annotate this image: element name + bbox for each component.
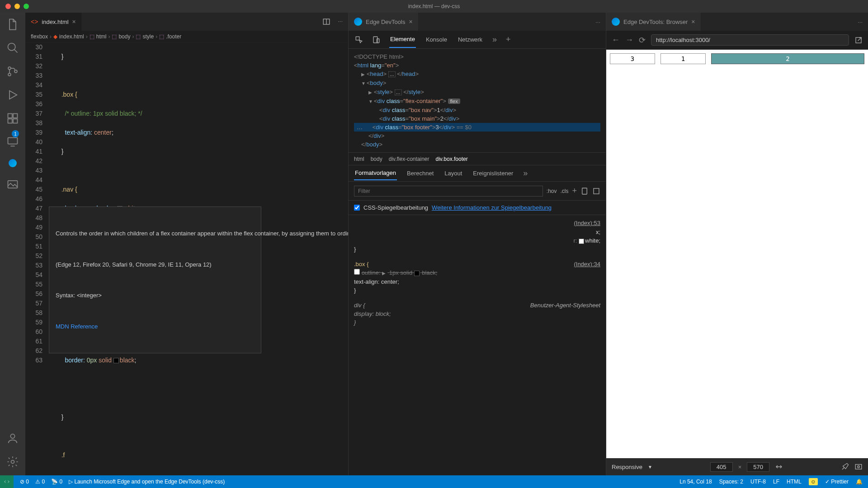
tab-computed[interactable]: Berechnet bbox=[406, 165, 434, 181]
remote-explorer-icon[interactable] bbox=[6, 136, 19, 148]
source-link[interactable]: (Index):53 bbox=[574, 219, 600, 227]
code-editor[interactable]: 3031323334353637383940414243444546474849… bbox=[25, 42, 348, 475]
device-icon[interactable] bbox=[580, 187, 589, 195]
more-actions-icon[interactable]: ··· bbox=[595, 19, 600, 25]
more-tabs-icon[interactable]: » bbox=[523, 169, 528, 178]
breadcrumb-item[interactable]: html bbox=[96, 33, 107, 40]
split-editor-icon[interactable] bbox=[322, 18, 330, 26]
add-tab-icon[interactable]: + bbox=[506, 35, 511, 44]
dom-breadcrumb[interactable]: html body div.flex-container div.box.foo… bbox=[349, 153, 606, 165]
dom-node[interactable]: <!DOCTYPE html> bbox=[354, 53, 404, 60]
color-swatch[interactable] bbox=[414, 271, 420, 276]
color-swatch[interactable] bbox=[579, 239, 584, 244]
screenshot-icon[interactable] bbox=[841, 463, 849, 471]
rotate-icon[interactable] bbox=[775, 463, 783, 471]
mirror-info-link[interactable]: Weitere Informationen zur Spiegelbearbei… bbox=[432, 204, 552, 211]
status-badge-icon[interactable]: ☺ bbox=[809, 478, 818, 485]
tab-network[interactable]: Netzwerk bbox=[457, 32, 483, 47]
collapse-icon[interactable]: ▼ bbox=[368, 97, 374, 106]
chevron-down-icon[interactable]: ▼ bbox=[648, 465, 652, 469]
expand-icon[interactable]: ▶ bbox=[368, 88, 374, 97]
collapse-icon[interactable]: ▼ bbox=[361, 79, 367, 88]
breadcrumb-item[interactable]: .footer bbox=[166, 33, 181, 40]
close-tab-icon[interactable]: × bbox=[409, 18, 412, 25]
accounts-icon[interactable] bbox=[6, 432, 19, 445]
inspect-icon[interactable] bbox=[854, 463, 863, 471]
selected-dom-node[interactable]: … <div class="box footer">3</div> == $0 bbox=[354, 123, 600, 131]
viewport-height-input[interactable]: 570 bbox=[747, 462, 769, 472]
errors-count[interactable]: ⊘ 0 bbox=[20, 479, 29, 485]
explorer-icon[interactable] bbox=[6, 18, 19, 31]
code-content[interactable]: } .box { /* outline: 1px solid black; */… bbox=[51, 42, 348, 475]
source-link[interactable]: (Index):34 bbox=[574, 260, 600, 268]
remote-indicator[interactable] bbox=[0, 475, 14, 488]
maximize-window-button[interactable] bbox=[24, 4, 29, 9]
tab-index-html[interactable]: <> index.html × bbox=[25, 13, 82, 31]
mirror-checkbox[interactable] bbox=[354, 205, 360, 211]
tab-listeners[interactable]: Ereignislistener bbox=[472, 165, 514, 181]
launch-edge-action[interactable]: ▷ Launch Microsoft Edge and open the Edg… bbox=[69, 479, 225, 485]
more-actions-icon[interactable]: ··· bbox=[858, 19, 863, 25]
tab-layout[interactable]: Layout bbox=[443, 165, 463, 181]
fullscreen-icon[interactable] bbox=[592, 187, 600, 195]
ports-count[interactable]: 📡 0 bbox=[51, 479, 62, 485]
encoding[interactable]: UTF-8 bbox=[750, 479, 766, 485]
expand-icon[interactable]: ▶ bbox=[361, 70, 367, 79]
style-selector[interactable]: .box { bbox=[354, 261, 369, 267]
crumb[interactable]: html bbox=[354, 156, 364, 162]
back-button[interactable]: ← bbox=[612, 35, 620, 45]
cursor-position[interactable]: Ln 54, Col 18 bbox=[679, 479, 712, 485]
styles-filter-input[interactable] bbox=[354, 186, 543, 197]
breadcrumb-item[interactable]: index.html bbox=[59, 33, 84, 40]
search-icon[interactable] bbox=[6, 42, 19, 54]
run-debug-icon[interactable] bbox=[6, 89, 19, 101]
mdn-reference-link[interactable]: MDN Reference bbox=[56, 323, 98, 330]
flex-badge[interactable]: flex bbox=[448, 99, 460, 104]
more-tabs-icon[interactable]: » bbox=[492, 35, 497, 44]
open-external-icon[interactable] bbox=[854, 36, 863, 44]
crumb-selected[interactable]: div.box.footer bbox=[436, 156, 468, 162]
cls-toggle[interactable]: .cls bbox=[560, 188, 568, 194]
prettier-status[interactable]: ✓ Prettier bbox=[825, 479, 849, 485]
url-input[interactable]: http://localhost:3000/ bbox=[651, 34, 849, 46]
device-mode-select[interactable]: Responsive bbox=[612, 464, 642, 470]
edge-tools-icon[interactable] bbox=[9, 159, 17, 167]
reload-button[interactable]: ⟳ bbox=[639, 35, 646, 45]
prop-checkbox[interactable] bbox=[354, 269, 360, 275]
crumb[interactable]: body bbox=[371, 156, 382, 162]
viewport-width-input[interactable]: 405 bbox=[710, 462, 733, 472]
inspect-icon[interactable] bbox=[355, 36, 363, 44]
styles-body[interactable]: (Index):53 x; r: white; } (Index):34.box… bbox=[349, 215, 606, 475]
minimize-window-button[interactable] bbox=[14, 4, 20, 9]
eol[interactable]: LF bbox=[773, 479, 779, 485]
notifications-icon[interactable]: 🔔 bbox=[856, 479, 863, 485]
close-tab-icon[interactable]: × bbox=[72, 18, 76, 25]
warnings-count[interactable]: ⚠ 0 bbox=[35, 479, 45, 485]
close-tab-icon[interactable]: × bbox=[691, 18, 695, 25]
dom-tree[interactable]: <!DOCTYPE html> <html lang="en"> ▶<head>… bbox=[349, 49, 606, 153]
indentation[interactable]: Spaces: 2 bbox=[719, 479, 743, 485]
breadcrumb-bar[interactable]: flexbox› ◆ index.html› ⬚ html› ⬚ body› ⬚… bbox=[25, 31, 348, 42]
hov-toggle[interactable]: :hov bbox=[547, 188, 557, 194]
language-mode[interactable]: HTML bbox=[787, 479, 802, 485]
tab-browser[interactable]: Edge DevTools: Browser × bbox=[606, 13, 701, 31]
tab-styles[interactable]: Formatvorlagen bbox=[354, 166, 397, 180]
tab-edge-devtools[interactable]: Edge DevTools × bbox=[349, 13, 419, 31]
tab-elements[interactable]: Elemente bbox=[389, 31, 416, 48]
gallery-icon[interactable] bbox=[6, 178, 19, 191]
extensions-icon[interactable]: 1 bbox=[6, 112, 19, 125]
crumb[interactable]: div.flex-container bbox=[389, 156, 429, 162]
color-swatch[interactable] bbox=[113, 358, 119, 363]
settings-gear-icon[interactable] bbox=[6, 455, 19, 468]
tab-console[interactable]: Konsole bbox=[425, 32, 448, 47]
breadcrumb-item[interactable]: style bbox=[142, 33, 154, 40]
forward-button[interactable]: → bbox=[625, 35, 633, 45]
more-actions-icon[interactable]: ··· bbox=[338, 18, 343, 26]
close-window-button[interactable] bbox=[5, 4, 11, 9]
breadcrumb-item[interactable]: body bbox=[118, 33, 130, 40]
source-control-icon[interactable] bbox=[6, 65, 19, 78]
device-toggle-icon[interactable] bbox=[372, 36, 380, 44]
browser-viewport[interactable]: 3 1 2 bbox=[606, 50, 868, 458]
add-rule-icon[interactable]: + bbox=[572, 186, 577, 196]
breadcrumb-item[interactable]: flexbox bbox=[31, 33, 48, 40]
